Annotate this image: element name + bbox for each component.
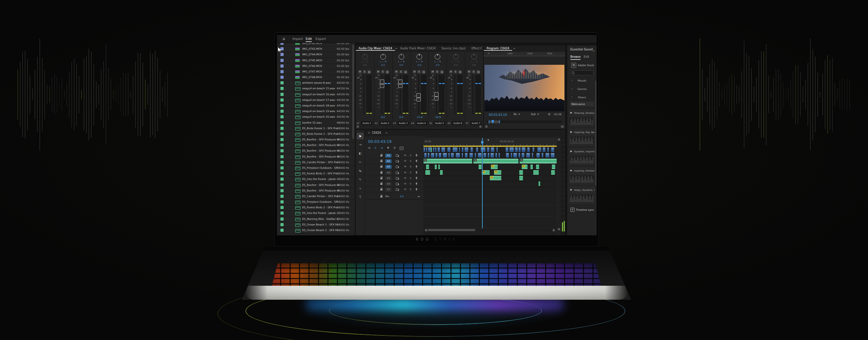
audio-clip[interactable] <box>435 165 437 169</box>
audio-clip[interactable] <box>533 147 534 152</box>
track-target-button[interactable]: A5 <box>385 176 392 180</box>
timeline-settings-icon[interactable]: ⚙ <box>393 146 396 150</box>
program-timecode[interactable]: 00:03:43:19 <box>489 113 507 117</box>
lock-icon[interactable] <box>380 189 382 190</box>
timeline-sync-checkbox[interactable]: ✓ <box>570 208 575 212</box>
list-item[interactable]: ES_Fireplace Outdoors - SF48000 Hz <box>277 199 355 205</box>
keyframe-button[interactable] <box>458 70 462 74</box>
mute-button[interactable]: M <box>449 70 453 74</box>
list-item[interactable]: ES_Candle Flicker - SFX Pro48000 Hz <box>277 194 355 200</box>
audio-clip[interactable] <box>456 153 460 158</box>
audio-clip[interactable] <box>464 147 468 152</box>
list-item[interactable]: IMG_0746.MOV60.00 fps <box>277 63 355 69</box>
audio-clip[interactable] <box>462 153 463 158</box>
captions-icon[interactable]: CC <box>400 146 404 150</box>
lock-icon[interactable] <box>380 172 382 174</box>
solo-button[interactable]: S <box>435 70 439 74</box>
track-mute-button[interactable]: M <box>404 182 406 185</box>
mute-button[interactable]: M <box>395 70 398 74</box>
audio-clip[interactable] <box>483 153 486 158</box>
tab-edit[interactable]: Edit <box>584 55 589 58</box>
source-patch-icon[interactable] <box>396 188 398 191</box>
list-item[interactable]: IMG_0747.MOV60.00 fps <box>277 69 355 75</box>
audio-clip[interactable] <box>551 147 554 152</box>
audio-clip[interactable] <box>526 153 530 158</box>
audio-clip[interactable] <box>476 147 478 152</box>
timeline-hscroll-thumb[interactable] <box>428 229 475 231</box>
audio-clip[interactable] <box>543 147 545 152</box>
tab-sequence[interactable]: C0424 <box>372 131 381 134</box>
audio-clip[interactable]: fx <box>473 159 518 164</box>
audio-clip[interactable] <box>552 165 555 169</box>
audio-clip[interactable] <box>428 153 429 158</box>
track-solo-button[interactable]: S <box>410 188 411 191</box>
play-icon[interactable]: ▶ <box>570 169 572 172</box>
audio-clip[interactable] <box>438 147 440 152</box>
track-mute-button[interactable]: M <box>404 154 406 157</box>
audio-clip[interactable] <box>537 147 541 152</box>
audio-clip[interactable] <box>545 153 549 158</box>
fader-handle[interactable] <box>416 93 421 102</box>
tab-browse[interactable]: Browse <box>570 55 581 60</box>
list-item[interactable]: ES_Birds Forest 1 - SFX Pro48000 Hz <box>277 131 355 137</box>
lock-icon[interactable] <box>380 155 382 157</box>
track-solo-button[interactable]: S <box>410 165 411 168</box>
list-item[interactable]: ES_Bonfire - SFX Producer 448000 Hz <box>277 148 355 154</box>
audio-clip[interactable] <box>551 170 555 175</box>
audio-clip[interactable] <box>506 153 509 158</box>
audio-clip[interactable] <box>465 153 468 158</box>
audio-clip[interactable] <box>499 153 500 158</box>
fader-track[interactable] <box>473 75 473 114</box>
audio-clip[interactable] <box>431 153 434 158</box>
track-mute-button[interactable]: M <box>404 171 406 174</box>
audio-clip[interactable] <box>433 147 435 152</box>
es-section-genres[interactable]: ›Genres <box>569 86 595 92</box>
list-item[interactable]: IMG_0744.MOV60.00 fps <box>277 52 355 58</box>
audio-clip[interactable] <box>513 153 517 158</box>
pan-knob[interactable] <box>471 54 477 60</box>
audio-clip[interactable]: fx <box>482 170 490 175</box>
tab-audio-clip-mixer-c0424[interactable]: Audio Clip Mixer: C0424 <box>356 46 395 51</box>
list-item[interactable]: ES_Bonfire - SFX Producer 448000 Hz <box>277 182 355 188</box>
snap-icon[interactable]: ∩ <box>374 146 377 150</box>
list-item[interactable]: seagull-on-beach 16.wav44100 Hz <box>277 92 355 98</box>
audio-clip[interactable]: fx <box>423 159 472 164</box>
razor-tool[interactable]: ✂ <box>357 159 364 166</box>
list-item[interactable]: ES_Bonfire - SFX Producer 448000 Hz <box>277 143 355 148</box>
track-solo-button[interactable]: S <box>410 182 411 185</box>
audio-clip[interactable] <box>530 165 533 169</box>
list-item[interactable]: ES_Birds Forest 1 - SFX Pro48000 Hz <box>277 126 355 132</box>
hand-tool[interactable]: ⌖ <box>357 185 364 192</box>
pan-knob[interactable] <box>416 54 422 60</box>
audio-clip[interactable] <box>487 147 490 152</box>
keyframe-button[interactable] <box>386 70 389 74</box>
solo-button[interactable]: S <box>454 70 457 74</box>
track-name-button[interactable]: Audio 7 <box>470 121 482 125</box>
audio-clip[interactable]: fx <box>522 165 528 169</box>
list-item[interactable]: seagull-on-beach 19.wav44100 Hz <box>277 109 355 115</box>
track-mute-button[interactable]: M <box>404 160 406 162</box>
audio-clip[interactable] <box>443 153 447 158</box>
list-item[interactable]: ES_Fireplace Outdoors - SF48000 Hz <box>277 165 355 171</box>
home-icon[interactable]: ⌂ <box>283 36 285 41</box>
type-tool[interactable]: T <box>357 194 364 201</box>
track-name-button[interactable]: Audio 4 <box>416 121 427 125</box>
pan-knob[interactable] <box>399 54 404 60</box>
audio-clip[interactable] <box>496 147 497 152</box>
list-item[interactable]: seagull-on-beach 18.wav44100 Hz <box>277 103 355 109</box>
sequence-marker[interactable] <box>488 139 489 141</box>
keyframe-button[interactable] <box>404 70 407 74</box>
slip-tool[interactable]: ↹ <box>357 168 364 174</box>
track-target-button[interactable]: A7 <box>385 188 392 192</box>
list-item[interactable]: IMG_0743.MOV60.00 fps <box>277 46 355 52</box>
es-result-card[interactable]: ▶Inspiring, Emotiona <box>569 167 595 185</box>
mixer-hscroll-left-handle[interactable] <box>357 125 359 128</box>
track-target-button[interactable]: A6 <box>385 182 392 186</box>
list-item[interactable]: ES_Bonfire - SFX Producer 448000 Hz <box>277 137 355 143</box>
list-item[interactable]: ES_Ocean Beach 2 - SFX Pr48000 Hz <box>277 228 355 234</box>
project-scrollbar[interactable] <box>352 44 354 139</box>
program-view-bar[interactable] <box>489 120 500 123</box>
linked-selection-icon[interactable]: ∞ <box>381 146 383 150</box>
audio-clip[interactable] <box>533 170 539 175</box>
pan-knob[interactable] <box>435 54 440 60</box>
